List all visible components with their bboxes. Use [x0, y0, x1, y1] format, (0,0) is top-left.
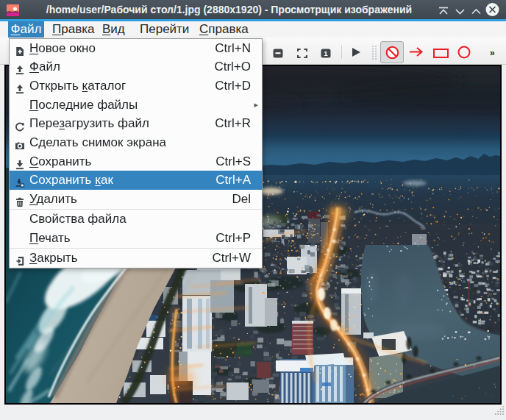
svg-text:»: »: [490, 49, 495, 57]
svg-text:1: 1: [324, 49, 328, 57]
